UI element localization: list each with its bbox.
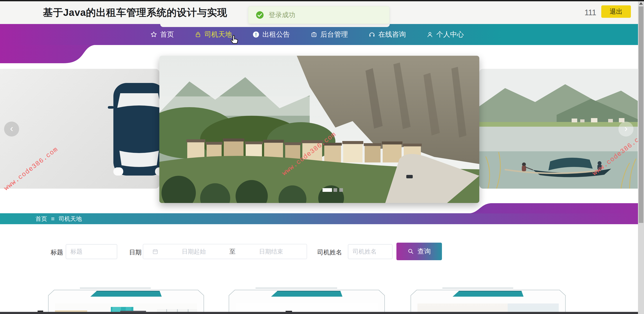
search-button[interactable]: 查询 xyxy=(396,243,442,260)
wave-decoration-right xyxy=(440,203,644,213)
title-label: 标题 xyxy=(51,248,63,257)
user-icon xyxy=(426,31,433,38)
nav-item-label: 首页 xyxy=(160,30,174,39)
card-body: TAXI xyxy=(229,290,384,314)
page-title: 基于Java的出租车管理系统的设计与实现 xyxy=(43,6,227,19)
username-text: 111 xyxy=(584,8,596,17)
headset-icon xyxy=(368,31,375,38)
nav-bar: 首页 司机天地 出租公告 xyxy=(0,24,644,45)
carousel-prev-button[interactable]: ‹ xyxy=(4,122,19,137)
news-card-taxi[interactable]: TAXI xyxy=(229,290,385,314)
nav-list: 首页 司机天地 出租公告 xyxy=(150,24,485,45)
card-banner xyxy=(90,291,162,297)
driver-name-input[interactable] xyxy=(348,244,392,259)
toast-message: 登录成功 xyxy=(269,10,295,19)
lake-photo xyxy=(479,69,638,189)
nav-item-announcements[interactable]: 出租公告 xyxy=(252,30,290,39)
nav-item-label: 后台管理 xyxy=(320,30,348,39)
star-icon xyxy=(150,31,157,38)
card-body xyxy=(48,290,204,314)
carousel-next-button[interactable]: › xyxy=(618,122,634,137)
logout-button[interactable]: 退出 xyxy=(601,5,631,18)
breadcrumb-current: 司机天地 xyxy=(58,215,82,223)
success-check-icon xyxy=(256,11,264,19)
nav-item-admin[interactable]: 后台管理 xyxy=(310,30,348,39)
breadcrumb-separator-icon xyxy=(50,217,55,221)
nav-item-label: 出租公告 xyxy=(262,30,290,39)
driver-name-label: 司机姓名 xyxy=(317,248,342,257)
carousel-indicator[interactable] xyxy=(334,188,337,192)
nav-item-consult[interactable]: 在线咨询 xyxy=(368,30,406,39)
chevron-right-icon: › xyxy=(624,124,628,133)
news-card-street[interactable] xyxy=(48,290,204,314)
scrollbar-up-arrow[interactable] xyxy=(639,2,643,5)
nav-item-driver-world[interactable]: 司机天地 xyxy=(194,30,232,39)
title-input[interactable] xyxy=(66,244,117,259)
date-separator: 至 xyxy=(229,247,236,256)
search-button-label: 查询 xyxy=(418,247,431,256)
taskbar-icon-peek xyxy=(38,311,43,312)
card-banner xyxy=(271,291,342,297)
info-icon xyxy=(252,31,260,38)
carousel-slide-village[interactable] xyxy=(159,56,479,203)
card-accent-line xyxy=(80,288,151,288)
carousel-indicator-active[interactable] xyxy=(322,188,332,192)
briefcase-icon xyxy=(310,31,318,38)
card-banner xyxy=(453,291,524,297)
breadcrumb: 首页 司机天地 xyxy=(36,215,82,223)
date-label: 日期 xyxy=(129,248,142,257)
card-accent-line xyxy=(442,288,513,288)
breadcrumb-band xyxy=(0,213,644,224)
nav-item-label: 在线咨询 xyxy=(378,30,406,39)
success-toast: 登录成功 xyxy=(248,6,390,24)
date-start-input[interactable]: 日期起始 xyxy=(158,248,229,256)
card-accent-line xyxy=(256,288,337,288)
nav-item-label: 司机天地 xyxy=(204,30,232,39)
app-window: 基于Java的出租车管理系统的设计与实现 111 退出 登录成功 首页 司机天地 xyxy=(0,0,644,314)
date-end-input[interactable]: 日期结束 xyxy=(236,248,307,256)
nav-item-profile[interactable]: 个人中心 xyxy=(426,30,464,39)
search-icon xyxy=(408,248,414,255)
nav-item-home[interactable]: 首页 xyxy=(150,30,174,39)
card-body xyxy=(411,290,565,314)
taskbar-icon-peek xyxy=(286,311,292,312)
date-range-picker[interactable]: 日期起始 至 日期结束 xyxy=(143,244,307,259)
breadcrumb-home-link[interactable]: 首页 xyxy=(36,215,47,223)
news-card-light[interactable] xyxy=(410,290,566,314)
lock-icon xyxy=(194,31,202,38)
calendar-icon xyxy=(152,249,158,255)
taskbar-icon-peek xyxy=(120,311,146,312)
wave-decoration-left xyxy=(0,45,107,63)
scrollbar-thumb[interactable] xyxy=(639,6,643,223)
chevron-left-icon: ‹ xyxy=(10,124,13,133)
nav-item-label: 个人中心 xyxy=(436,30,464,39)
village-photo xyxy=(159,56,479,203)
carousel-slide-lake[interactable] xyxy=(479,69,638,189)
carousel-indicator[interactable] xyxy=(339,188,343,192)
nav-top-notch xyxy=(160,24,390,27)
taskbar-edge xyxy=(0,312,644,314)
